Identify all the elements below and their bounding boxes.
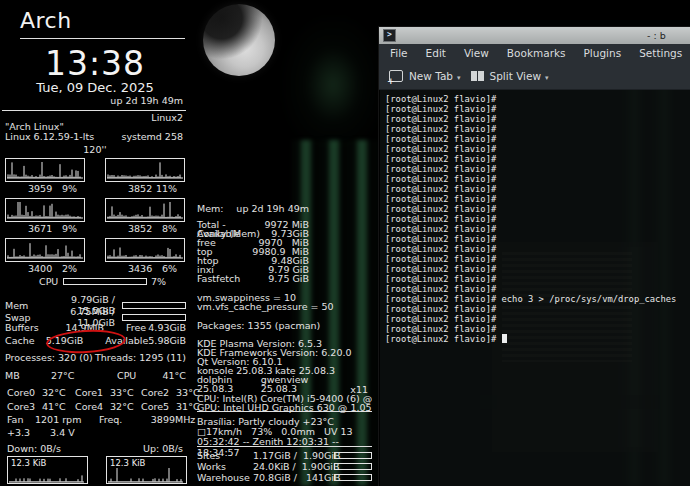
terminal-line: [root@Linux2 flavio]# (385, 114, 690, 124)
core-temp: Core032°C (7, 387, 75, 398)
cpu-total-bar (63, 278, 147, 285)
disk-row: Sites1.17GiB / 1.90GiB (197, 450, 372, 461)
distro-title: Arch (20, 8, 72, 33)
disk-usage-table: Sites1.17GiB / 1.90GiB Works24.0KiB / 1.… (197, 450, 372, 483)
cpu-core-graph-box (105, 158, 185, 182)
menu-bookmarks[interactable]: Bookmarks (498, 47, 575, 59)
terminal-line: [root@Linux2 flavio]# (385, 334, 690, 344)
core-freq: 3436 (128, 263, 152, 273)
terminal-line: [root@Linux2 flavio]# (385, 104, 690, 114)
fan-label: Fan (7, 414, 35, 425)
sysctl-block: vm.swappiness = 10vm.vfs_cache_pressure … (197, 293, 372, 311)
disk-bar (334, 463, 372, 470)
disk-row: Warehouse70.8GiB / 141GiB (197, 472, 372, 483)
cpu-core-cell: 34366% (105, 238, 185, 273)
kde-versions-block: KDE Plasma Version: 6.5.3KDE Frameworks … (197, 339, 372, 366)
terminal-line: [root@Linux2 flavio]# (385, 164, 690, 174)
disk-bar (334, 452, 372, 459)
free-value: 4.93GiB (148, 322, 186, 333)
menu-settings[interactable]: Settings (630, 47, 690, 59)
terminal-line: [root@Linux2 flavio]# (385, 324, 690, 334)
terminal-content[interactable]: [root@Linux2 flavio]#[root@Linux2 flavio… (380, 90, 690, 486)
swap-label: Swap (5, 312, 37, 323)
cpu-total-value: 7% (151, 276, 166, 287)
cpu-core-graph-box (5, 238, 85, 262)
cpu-core-cell: 38528% (105, 198, 185, 233)
cpu-core-graph-box (105, 238, 185, 262)
core-freq: 3852 (128, 223, 152, 233)
cpu-core-graph-box (5, 158, 85, 182)
core-load: 11% (156, 183, 177, 193)
mem-compare-title: Mem: (197, 203, 224, 214)
swap-bar (122, 314, 186, 321)
moon-phase-image (203, 4, 275, 76)
cpu-core-cell: 36719% (5, 198, 85, 233)
terminal-line: [root@Linux2 flavio]# (385, 134, 690, 144)
terminal-line: [root@Linux2 flavio]# (385, 214, 690, 224)
fan-value: 1201 rpm (35, 414, 99, 425)
menu-view[interactable]: View (455, 47, 498, 59)
divider (2, 110, 186, 111)
core-load: 9% (62, 223, 77, 233)
mem-compare-header: Mem: up 2d 19h 49m (197, 203, 309, 214)
menu-edit[interactable]: Edit (417, 47, 455, 59)
init-version: systemd 258 (121, 131, 183, 142)
cpu-total-label: CPU (39, 276, 61, 287)
cache-label: Cache (5, 335, 46, 346)
split-view-button[interactable]: Split View ▾ (471, 70, 549, 82)
mb-temp-value: 27°C (51, 370, 117, 381)
voltage-value: 3.4 V (50, 427, 75, 438)
menu-plugins[interactable]: Plugins (575, 47, 631, 59)
uptime: up 2d 19h 49m (5, 95, 183, 106)
terminal-line: [root@Linux2 flavio]# (385, 224, 690, 234)
new-tab-button[interactable]: New Tab ▾ (389, 70, 461, 82)
mem-compare-row: Fastfetch9.75 GiB (197, 274, 309, 283)
core-freq: 3959 (28, 183, 52, 193)
clock-date: Tue, 09 Dec. 2025 (0, 80, 190, 95)
fan-freq-row: Fan 1201 rpm Freq. 3899 MHz (7, 414, 183, 425)
freq-label: Freq. (99, 414, 135, 425)
split-view-icon (471, 71, 484, 81)
terminal-line: [root@Linux2 flavio]# (385, 254, 690, 264)
core-load: 9% (62, 183, 77, 193)
net-up-graph: 12.3 KiB (106, 456, 187, 484)
mem-compare-table: Total - Available9972 MiBConky (Mem)9.73… (197, 220, 372, 283)
window-titlebar[interactable]: > - : b (379, 27, 690, 44)
terminal-line: [root@Linux2 flavio]# (385, 284, 690, 294)
cpu-core-graphs: 39599% 385211% 36719% 38528% 34002% 3436… (5, 158, 185, 273)
terminal-lines: [root@Linux2 flavio]#[root@Linux2 flavio… (385, 94, 690, 344)
split-view-label: Split View (490, 70, 542, 82)
update-interval: 120'' (0, 144, 190, 155)
core-temps-grid: Core032°CCore133°CCore233°CCore341°CCore… (7, 387, 183, 412)
core-load: 8% (162, 223, 177, 233)
cpu-total-row: CPU 7% (5, 276, 185, 287)
window-title: - : b (647, 30, 666, 41)
terminal-line: [root@Linux2 flavio]# echo 3 > /proc/sys… (385, 294, 690, 304)
cpu-core-cell: 385211% (105, 158, 185, 193)
desktop: Arch 13:38 Tue, 09 Dec. 2025 up 2d 19h 4… (0, 0, 690, 486)
packages-line: Packages: 1355 (pacman) (197, 320, 372, 331)
disk-row: Works24.0KiB / 1.90GiB (197, 461, 372, 472)
voltage-row: +3.3 3.4 V (7, 427, 183, 438)
cpu-temp-label: CPU (117, 370, 159, 381)
terminal-line: [root@Linux2 flavio]# (385, 264, 690, 274)
core-load: 6% (162, 263, 177, 273)
cpu-temp-value: 41°C (159, 370, 186, 381)
freq-value: 3899 (135, 414, 175, 425)
chevron-down-icon: ▾ (545, 74, 549, 82)
terminal-line: [root@Linux2 flavio]# (385, 154, 690, 164)
cpu-core-graph-box (5, 198, 85, 222)
freq-unit: MHz (175, 414, 195, 425)
core-freq: 3852 (128, 183, 152, 193)
core-freq: 3400 (28, 263, 52, 273)
clock-time: 13:38 (0, 44, 190, 83)
cpu-core-cell: 34002% (5, 238, 85, 273)
terminal-line: [root@Linux2 flavio]# (385, 234, 690, 244)
net-up-label: Up: 0B/s (143, 443, 183, 454)
cpu-core-graph-box (105, 198, 185, 222)
menu-file[interactable]: File (381, 47, 417, 59)
terminal-line: [root@Linux2 flavio]# (385, 94, 690, 104)
terminal-line: [root@Linux2 flavio]# (385, 194, 690, 204)
core-temp: Core531°C (141, 401, 200, 412)
core-temp: Core233°C (141, 387, 200, 398)
